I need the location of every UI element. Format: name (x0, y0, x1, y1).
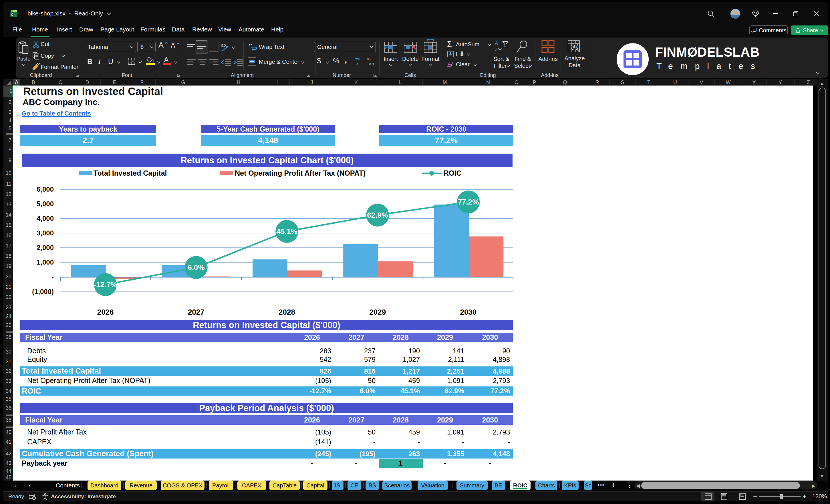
svg-text:0: 0 (369, 62, 371, 65)
svg-text:62.9%: 62.9% (367, 211, 388, 219)
svg-text:2029: 2029 (369, 308, 386, 316)
svg-text:4,000: 4,000 (37, 215, 54, 222)
svg-text:6.0%: 6.0% (188, 263, 204, 272)
svg-text:c: c (249, 48, 250, 52)
svg-text:0: 0 (358, 58, 360, 61)
svg-text:ab: ab (221, 43, 226, 48)
svg-text:2,000: 2,000 (37, 244, 54, 251)
svg-text:1,000: 1,000 (37, 258, 54, 266)
svg-text:45.1%: 45.1% (276, 227, 297, 236)
svg-text:2026: 2026 (97, 308, 114, 316)
svg-text:A: A (495, 41, 498, 46)
svg-text:Z: Z (495, 47, 498, 52)
svg-text:5,000: 5,000 (37, 200, 54, 208)
svg-text:-: - (52, 273, 54, 281)
svg-text:77.2%: 77.2% (458, 198, 479, 206)
svg-text:x: x (11, 12, 13, 17)
svg-text:6,000: 6,000 (37, 185, 54, 193)
svg-text:.00: .00 (366, 58, 371, 61)
svg-text:2027: 2027 (188, 308, 204, 316)
svg-text:3,000: 3,000 (37, 229, 54, 237)
svg-text:2030: 2030 (460, 308, 477, 316)
svg-text:ab: ab (249, 43, 253, 47)
svg-text:.00: .00 (355, 62, 359, 65)
svg-text:-12.7%: -12.7% (94, 280, 117, 289)
svg-text:(1,000): (1,000) (32, 288, 54, 295)
svg-text:2028: 2028 (279, 308, 295, 316)
